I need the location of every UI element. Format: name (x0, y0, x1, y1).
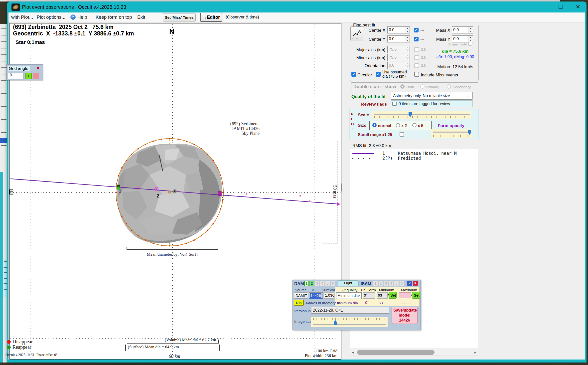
grid-angle-minus-button[interactable]: − (33, 73, 39, 79)
grid-angle-select[interactable]: 0 ⌄ (8, 73, 23, 79)
damit-model-4[interactable]: 4 (320, 281, 325, 286)
scale-slider[interactable] (372, 111, 471, 119)
minor-axis-checkbox[interactable] (414, 55, 419, 60)
background-teal-edge (0, 172, 3, 363)
isam-model-1[interactable]: 1 (373, 281, 378, 286)
minor-axis-input (388, 54, 405, 61)
ph-corrn-field[interactable]: 0° (363, 292, 375, 299)
orientation-checkbox[interactable] (414, 63, 419, 68)
observer-2-num[interactable]: 2(P) (382, 156, 393, 161)
rms-note: RMS fit -2.3 ±0.0 km (352, 143, 391, 148)
scrollbar-thumb[interactable] (357, 350, 435, 355)
include-miss-checkbox[interactable] (414, 72, 419, 77)
spinner-arrows[interactable] (468, 27, 473, 33)
isam-title: ISAM (361, 281, 371, 286)
circular-checkbox[interactable] (351, 72, 356, 77)
isam-model-6[interactable]: 6 (399, 281, 404, 286)
image-scale-thumb[interactable] (334, 320, 337, 325)
observer-1-num[interactable]: 1 (382, 151, 385, 156)
close-button[interactable]: ✕ (573, 3, 583, 10)
dia-button[interactable]: Dia (294, 300, 304, 306)
isam-model-4[interactable]: 4 (389, 281, 394, 286)
mas-bracket-top (323, 141, 337, 141)
max-dia-field[interactable] (399, 292, 411, 298)
damit-id-field[interactable]: 14426 (309, 292, 323, 299)
maximize-button[interactable]: □ (556, 3, 566, 10)
grid-angle-close-icon[interactable]: ✕ (36, 65, 40, 71)
damit-model-3[interactable]: 3 (315, 281, 319, 286)
spinner-arrows[interactable] (405, 36, 410, 42)
max-dia-set-button[interactable]: Set (412, 292, 420, 299)
quality-select[interactable]: Astrometry only. No reliable size ⌄ (391, 92, 473, 100)
background-selected-row (0, 138, 7, 143)
double-primary-radio (420, 84, 425, 89)
memory-fit-quality: Minimum dia (337, 301, 358, 305)
plot-vertical-letter-t: T (351, 127, 353, 131)
major-axis-label: Major axis (km) (351, 47, 385, 52)
size-x5-radio[interactable] (412, 123, 417, 127)
mass-y-input[interactable] (452, 36, 468, 42)
isam-model-5[interactable]: 5 (394, 281, 399, 286)
observer-scrollbar[interactable]: ◄ ► (350, 349, 478, 356)
damit-source-button[interactable]: DAMIT (294, 292, 308, 299)
damit-model-5[interactable]: 5 (325, 281, 330, 286)
splitter-handle[interactable] (341, 183, 342, 191)
menu-item-help[interactable]: Help (77, 14, 87, 20)
form-opacity-slider[interactable] (431, 129, 472, 138)
scroll-left-icon[interactable]: ◄ (351, 351, 354, 354)
menu-item-with-plot[interactable]: with Plot... (11, 14, 33, 20)
window-title: Plot event observations : Occult v.4.202… (22, 4, 126, 10)
size-x2-radio[interactable] (396, 123, 400, 127)
size-x5-label: x 5 (418, 124, 423, 128)
image-scale-slider[interactable] (311, 317, 388, 327)
save-update-button[interactable]: Save/updatemodel 14426 (392, 307, 418, 324)
double-stars-title: Double stars - show (353, 84, 396, 89)
editor-button[interactable]: →Editor (200, 13, 222, 22)
use-assumed-checkbox[interactable] (376, 72, 381, 77)
isam-model-3[interactable]: 3 (384, 281, 388, 286)
memory-min-dia: 63 (379, 301, 383, 305)
grid-angle-plus-button[interactable]: + (25, 73, 32, 79)
double-primary-label: Primary (426, 85, 439, 89)
plot-vertical-letter-o: O (351, 122, 354, 126)
light-curves-button[interactable]: Light curves (338, 280, 359, 286)
form-opacity-thumb[interactable] (468, 130, 471, 135)
center-y-input[interactable] (388, 36, 405, 42)
spinner-arrows[interactable] (405, 27, 410, 33)
menu-item-exit[interactable]: Exit (137, 14, 145, 20)
damit-model-2[interactable]: 2 (309, 281, 314, 286)
center-x-checkbox[interactable] (414, 28, 419, 32)
damit-model-6[interactable]: 6 (330, 281, 335, 286)
menu-item-plot-options[interactable]: Plot options... (37, 14, 65, 20)
damit-help-button[interactable]: ? (407, 281, 412, 286)
id-header: ID (312, 288, 315, 292)
observer-2-name[interactable]: Predicted (398, 156, 421, 161)
titlebar[interactable]: Plot event observations : Occult v.4.202… (7, 1, 587, 12)
center-x-input[interactable] (388, 27, 405, 33)
scroll-range-checkbox[interactable] (400, 132, 404, 137)
version-info-field[interactable]: 2022-11-29, Q=1 (311, 307, 389, 314)
review-flags-checkbox[interactable] (392, 102, 397, 106)
fit-quality-select[interactable]: Minimum dia ⌄ (336, 292, 362, 299)
damit-model-1[interactable]: 1 (304, 281, 309, 286)
shape-model-checkbox[interactable] (468, 42, 472, 46)
damit-close-button[interactable]: X (413, 281, 418, 286)
min-dia-field[interactable]: 63 (377, 292, 388, 299)
center-y-checkbox[interactable] (414, 37, 419, 41)
desktop: Plot event observations : Occult v.4.202… (0, 0, 588, 365)
mass-x-input[interactable] (452, 27, 468, 33)
mean-dia-caption: Mean diameter by: Vol↑ Surf↓ (147, 252, 198, 257)
major-axis-checkbox[interactable] (414, 47, 419, 52)
set-miss-times-button[interactable]: Set 'Miss' Times (163, 13, 196, 21)
observer-1-name[interactable]: Katsumasa Hosoi, near M (398, 151, 456, 156)
min-dia-set-button[interactable]: Set (389, 292, 397, 299)
use-assumed-label: Use assumed dia (75.6 km) (382, 70, 411, 78)
size-normal-radio[interactable] (372, 123, 377, 127)
scroll-right-icon[interactable]: ► (474, 351, 477, 354)
scale-label: Scale (358, 113, 369, 118)
major-axis-spinner (387, 46, 410, 53)
menu-item-keep-on-top[interactable]: Keep form on top (96, 14, 132, 20)
spinner-arrows[interactable] (468, 36, 473, 42)
isam-model-2[interactable]: 2 (378, 281, 383, 286)
minimize-button[interactable]: — (537, 3, 547, 10)
